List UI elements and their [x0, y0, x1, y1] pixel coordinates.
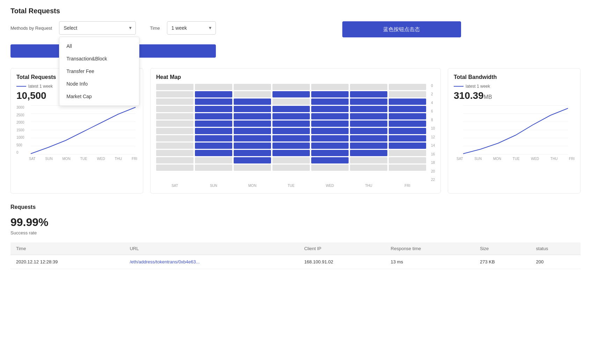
blue-action-button[interactable]: 蓝色按钮点击态 — [342, 21, 461, 37]
y-label-1000: 1000 — [16, 136, 24, 139]
bandwidth-x-axis: SAT SUN MON TUE WED THU FRI — [457, 155, 575, 162]
heatmap-y-6: 6 — [431, 109, 435, 113]
x-label-sun: SUN — [45, 157, 53, 161]
table-header-client-ip: Client IP — [299, 242, 385, 255]
bw-x-mon: MON — [493, 157, 501, 161]
bandwidth-chart: Total Bandwidth latest 1 week 310.39MB — [448, 68, 581, 194]
dropdown-item-marketcap[interactable]: Market Cap — [59, 90, 139, 103]
heatmap-col-thu — [350, 84, 387, 182]
table-header-status: status — [531, 242, 581, 255]
heatmap-x-wed: WED — [311, 184, 349, 188]
table-cell-url[interactable]: /eth/address/tokentrans/0xb4e63... — [124, 255, 298, 269]
dropdown-item-transaction[interactable]: Transaction&Block — [59, 52, 139, 65]
heatmap-y-16: 16 — [431, 152, 435, 156]
legend-line-icon — [16, 86, 26, 87]
bw-x-tue: TUE — [513, 157, 520, 161]
table-cell-time: 2020.12.12 12:28:39 — [10, 255, 124, 269]
y-label-500: 500 — [16, 143, 24, 147]
bw-x-thu: THU — [550, 157, 558, 161]
y-label-2500: 2500 — [16, 113, 24, 117]
heatmap-col-fri — [389, 84, 426, 182]
total-requests-x-axis: SAT SUN MON TUE WED THU FRI — [29, 155, 137, 162]
bandwidth-legend-text: latest 1 week — [466, 84, 490, 89]
bandwidth-legend: latest 1 week — [454, 84, 575, 89]
x-label-wed: WED — [97, 157, 105, 161]
heatmap-y-0: 0 — [431, 84, 435, 88]
success-label: Success rate — [10, 230, 581, 235]
bandwidth-legend-line-icon — [454, 86, 464, 87]
heatmap-y-20: 20 — [431, 169, 435, 173]
table-cell-status: 200 — [531, 255, 581, 269]
table-header-time: Time — [10, 242, 124, 255]
heatmap-y-18: 18 — [431, 161, 435, 165]
heatmap-col-wed — [311, 84, 349, 182]
page-title: Total Requests — [10, 7, 581, 15]
heatmap-y-2: 2 — [431, 92, 435, 96]
heatmap-x-fri: FRI — [389, 184, 426, 188]
bandwidth-unit: MB — [484, 94, 492, 100]
heatmap-y-14: 14 — [431, 144, 435, 147]
total-requests-svg — [29, 105, 137, 154]
heatmap-col-mon — [234, 84, 271, 182]
bandwidth-title: Total Bandwidth — [454, 74, 575, 80]
x-label-mon: MON — [62, 157, 70, 161]
bandwidth-svg — [457, 105, 575, 154]
time-label: Time — [150, 26, 160, 31]
bw-x-wed: WED — [531, 157, 539, 161]
bw-x-sun: SUN — [474, 157, 482, 161]
x-label-sat: SAT — [29, 157, 36, 161]
heatmap-x-thu: THU — [350, 184, 387, 188]
methods-select[interactable]: Select — [59, 21, 136, 35]
y-label-3000: 3000 — [16, 105, 24, 109]
heatmap-y-8: 8 — [431, 118, 435, 122]
heatmap-y-4: 4 — [431, 101, 435, 105]
x-label-fri: FRI — [132, 157, 137, 161]
table-header-url: URL — [124, 242, 298, 255]
heatmap-x-sun: SUN — [195, 184, 232, 188]
x-label-thu: THU — [115, 157, 122, 161]
time-select[interactable]: 1 week — [167, 21, 216, 35]
heatmap-y-10: 10 — [431, 126, 435, 130]
heatmap-y-12: 12 — [431, 135, 435, 139]
heatmap-col-tue — [272, 84, 310, 182]
heatmap-x-tue: TUE — [272, 184, 310, 188]
bw-x-fri: FRI — [569, 157, 575, 161]
time-select-wrapper: 1 week ▼ — [167, 21, 216, 35]
requests-section: Requests 99.99% Success rate Time URL Cl… — [10, 204, 581, 269]
x-label-tue: TUE — [80, 157, 87, 161]
table-header-size: Size — [474, 242, 531, 255]
heatmap-y-axis: 0 2 4 6 8 10 12 14 16 18 20 22 — [429, 84, 435, 182]
requests-table: Time URL Client IP Response time Size st… — [10, 242, 581, 269]
table-row: 2020.12.12 12:28:39 /eth/address/tokentr… — [10, 255, 581, 269]
success-rate: 99.99% — [10, 216, 581, 229]
heatmap-title: Heat Map — [156, 74, 435, 80]
heatmap-col-sun — [195, 84, 232, 182]
y-label-2000: 2000 — [16, 121, 24, 124]
table-header-response-time: Response time — [385, 242, 474, 255]
methods-select-wrapper: Select ▼ All Transaction&Block Transfer … — [59, 21, 136, 35]
legend-text: latest 1 week — [28, 84, 53, 89]
heatmap-x-mon: MON — [234, 184, 271, 188]
y-label-0: 0 — [16, 151, 24, 154]
dropdown-item-nodeinfo[interactable]: Node Info — [59, 78, 139, 90]
methods-dropdown-menu: All Transaction&Block Transfer Fee Node … — [59, 37, 139, 106]
dropdown-item-transfer[interactable]: Transfer Fee — [59, 65, 139, 78]
heatmap-chart: Heat Map — [150, 68, 441, 194]
heatmap-col-sat — [156, 84, 194, 182]
heatmap-y-22: 22 — [431, 178, 435, 182]
requests-title: Requests — [10, 204, 581, 210]
heatmap-x-sat: SAT — [156, 184, 194, 188]
table-cell-size: 273 KB — [474, 255, 531, 269]
methods-label: Methods by Request — [10, 26, 52, 31]
dropdown-item-all[interactable]: All — [59, 40, 139, 52]
bw-x-sat: SAT — [457, 157, 463, 161]
bandwidth-value: 310.39MB — [454, 90, 575, 101]
table-cell-response-time: 13 ms — [385, 255, 474, 269]
y-label-1500: 1500 — [16, 128, 24, 132]
table-cell-client-ip: 168.100.91.02 — [299, 255, 385, 269]
